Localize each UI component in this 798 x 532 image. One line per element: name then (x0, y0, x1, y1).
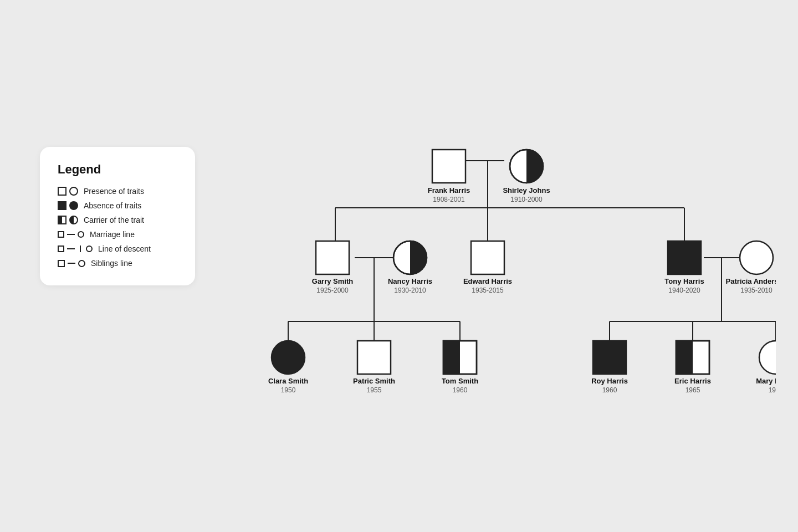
legend-icons-presence (58, 187, 78, 196)
nancy-harris-year: 1930-2010 (394, 287, 426, 294)
edward-harris-name: Edward Harris (463, 277, 512, 285)
legend-row-siblings: Siblings line (58, 259, 177, 268)
eric-harris-year: 1965 (686, 386, 700, 394)
legend-icons-marriage (58, 231, 84, 238)
nancy-harris-node-half (410, 241, 427, 274)
edward-harris-year: 1935-2015 (472, 287, 504, 294)
frank-harris-name: Frank Harris (428, 186, 470, 195)
garry-smith-node (316, 241, 349, 274)
marriage-ci-icon (78, 231, 84, 238)
nancy-harris-name: Nancy Harris (388, 277, 432, 285)
siblings-label: Siblings line (91, 259, 132, 268)
legend-title: Legend (58, 162, 177, 177)
mary-harris-node (759, 341, 776, 374)
edward-harris-node (471, 241, 504, 274)
mary-harris-year: 1970 (769, 386, 776, 394)
patric-smith-year: 1955 (367, 386, 382, 394)
pedigree-chart: Frank Harris 1908-2001 Shirley Johns 191… (233, 122, 776, 412)
tony-harris-node (668, 241, 701, 274)
patricia-anderson-node (740, 241, 773, 274)
legend-items: Presence of traits Absence of traits Car… (58, 187, 177, 268)
descent-label: Line of descent (98, 244, 151, 253)
shirley-johns-name: Shirley Johns (503, 186, 550, 195)
siblings-sq-icon (58, 260, 65, 267)
siblings-ci-icon (78, 260, 85, 267)
legend-row-carrier: Carrier of the trait (58, 216, 177, 224)
tom-smith-node-half (443, 341, 460, 374)
garry-smith-name: Garry Smith (312, 277, 353, 285)
legend-icons-descent (58, 245, 93, 252)
eric-harris-name: Eric Harris (674, 377, 711, 385)
legend-row-marriage: Marriage line (58, 230, 177, 239)
pedigree-svg: Frank Harris 1908-2001 Shirley Johns 191… (233, 122, 776, 410)
marriage-sq-icon (58, 231, 64, 238)
carrier-label: Carrier of the trait (84, 216, 144, 224)
tom-smith-name: Tom Smith (442, 377, 478, 385)
legend-panel: Legend Presence of traits Absence of tra… (40, 147, 195, 285)
garry-smith-year: 1925-2000 (316, 287, 349, 294)
presence-label: Presence of traits (84, 187, 144, 196)
legend-icons-siblings (58, 260, 85, 267)
siblings-h-icon (68, 263, 75, 264)
tony-harris-name: Tony Harris (664, 277, 704, 285)
roy-harris-year: 1960 (602, 386, 617, 394)
descent-ci-icon (86, 245, 93, 252)
square-filled-icon (58, 201, 66, 210)
mary-harris-name: Mary Harris (756, 377, 776, 385)
shirley-johns-year: 1910-2000 (510, 196, 543, 203)
circle-open-icon (69, 187, 78, 196)
legend-icons-absence (58, 201, 78, 210)
marriage-h-icon (67, 234, 75, 235)
square-half-icon (58, 216, 66, 224)
clara-smith-node (272, 341, 305, 374)
patric-smith-node (357, 341, 391, 374)
circle-half-icon (69, 216, 78, 224)
patricia-anderson-year: 1935-2010 (740, 287, 773, 294)
patricia-anderson-name: Patricia Anderson (726, 277, 776, 285)
descent-t-icon (78, 245, 83, 252)
square-open-icon (58, 187, 66, 196)
frank-harris-year: 1908-2001 (433, 196, 465, 203)
circle-filled-icon (69, 201, 78, 210)
legend-icons-carrier (58, 216, 78, 224)
marriage-label: Marriage line (90, 230, 135, 239)
patric-smith-name: Patric Smith (353, 377, 395, 385)
roy-harris-name: Roy Harris (591, 377, 628, 385)
frank-harris-node (432, 150, 466, 183)
clara-smith-year: 1950 (281, 386, 296, 394)
legend-row-presence: Presence of traits (58, 187, 177, 196)
absence-label: Absence of traits (84, 201, 141, 210)
legend-row-descent: Line of descent (58, 244, 177, 253)
descent-sq-icon (58, 245, 64, 252)
descent-h-icon (67, 248, 75, 249)
tony-harris-year: 1940-2020 (668, 287, 700, 294)
shirley-johns-node-half (526, 150, 543, 183)
tom-smith-year: 1960 (453, 386, 468, 394)
roy-harris-node (593, 341, 626, 374)
eric-harris-node-half (676, 341, 693, 374)
legend-row-absence: Absence of traits (58, 201, 177, 210)
clara-smith-name: Clara Smith (268, 377, 308, 385)
